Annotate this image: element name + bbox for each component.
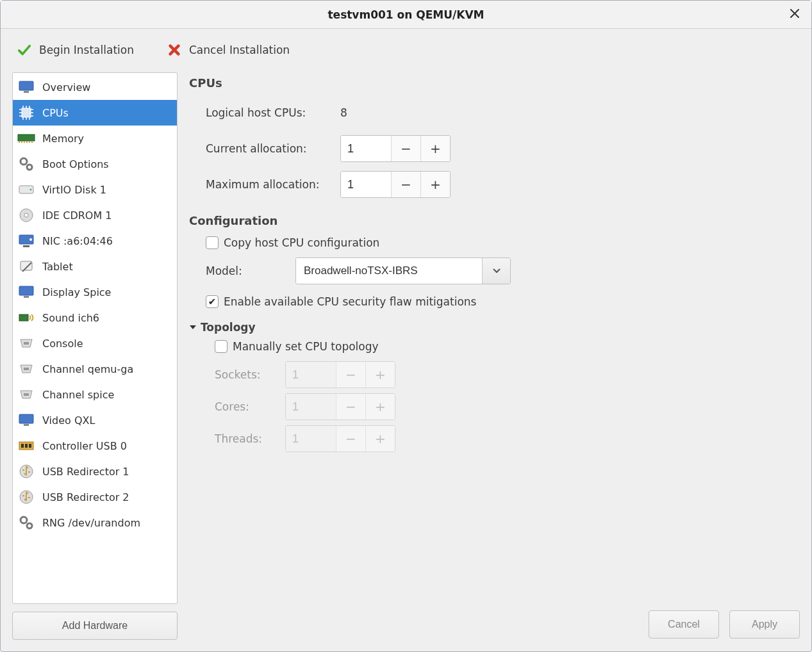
cdrom-icon bbox=[17, 206, 36, 225]
serial-icon bbox=[17, 385, 36, 404]
begin-installation-button[interactable]: Begin Installation bbox=[13, 40, 138, 60]
display-icon bbox=[17, 411, 36, 430]
svg-point-9 bbox=[24, 213, 28, 217]
cpu-model-input[interactable] bbox=[296, 258, 482, 284]
close-button[interactable] bbox=[787, 6, 802, 21]
add-hardware-button[interactable]: Add Hardware bbox=[12, 612, 178, 640]
sidebar-item-virtio-disk-1[interactable]: VirtIO Disk 1 bbox=[13, 177, 177, 202]
copy-host-cpu-checkbox[interactable] bbox=[206, 236, 219, 249]
sidebar-item-usb-redirector-1[interactable]: USB Redirector 1 bbox=[13, 459, 177, 484]
current-allocation-input[interactable] bbox=[341, 136, 391, 161]
sidebar-item-controller-usb-0[interactable]: Controller USB 0 bbox=[13, 433, 177, 459]
manual-topology-label: Manually set CPU topology bbox=[233, 340, 379, 353]
cores-input bbox=[286, 394, 336, 420]
svg-rect-23 bbox=[21, 444, 24, 448]
sidebar-item-label: Tablet bbox=[42, 261, 73, 273]
current-allocation-stepper[interactable]: − + bbox=[340, 135, 451, 162]
maximum-allocation-input[interactable] bbox=[341, 172, 391, 197]
sidebar-item-ide-cdrom-1[interactable]: IDE CDROM 1 bbox=[13, 202, 177, 228]
sidebar-item-label: IDE CDROM 1 bbox=[42, 209, 112, 222]
cancel-installation-button[interactable]: Cancel Installation bbox=[163, 40, 294, 60]
cpu-model-combo[interactable] bbox=[295, 257, 511, 284]
svg-rect-24 bbox=[25, 444, 28, 448]
logical-host-cpus-label: Logical host CPUs: bbox=[206, 106, 327, 119]
sidebar-item-label: Video QXL bbox=[42, 414, 95, 427]
apply-button[interactable]: Apply bbox=[729, 610, 800, 639]
gears-icon bbox=[17, 154, 36, 174]
maximum-allocation-minus-button[interactable]: − bbox=[391, 172, 420, 197]
svg-rect-15 bbox=[24, 296, 29, 298]
svg-rect-14 bbox=[19, 286, 33, 295]
hardware-sidebar[interactable]: OverviewCPUsMemoryBoot OptionsVirtIO Dis… bbox=[12, 72, 178, 604]
controller-icon bbox=[17, 436, 36, 455]
cpu-model-label: Model: bbox=[206, 265, 283, 277]
threads-input bbox=[286, 426, 336, 452]
begin-installation-label: Begin Installation bbox=[39, 44, 134, 56]
cpu-model-dropdown-button[interactable] bbox=[482, 258, 510, 284]
sidebar-item-cpus[interactable]: CPUs bbox=[13, 100, 177, 126]
cpus-panel: CPUs Logical host CPUs: 8 Current alloca… bbox=[189, 72, 800, 640]
vm-details-window: testvm001 on QEMU/KVM Begin Installation… bbox=[0, 0, 812, 652]
svg-rect-2 bbox=[22, 108, 31, 117]
sidebar-item-usb-redirector-2[interactable]: USB Redirector 2 bbox=[13, 484, 177, 510]
plus-icon: + bbox=[375, 399, 386, 414]
threads-label: Threads: bbox=[215, 432, 272, 445]
sockets-plus-button: + bbox=[365, 362, 395, 387]
sidebar-item-display-spice[interactable]: Display Spice bbox=[13, 279, 177, 305]
sidebar-item-memory[interactable]: Memory bbox=[13, 126, 177, 151]
topology-expander[interactable]: Topology bbox=[189, 321, 800, 334]
titlebar: testvm001 on QEMU/KVM bbox=[1, 1, 811, 29]
maximum-allocation-stepper[interactable]: − + bbox=[340, 171, 451, 198]
current-allocation-minus-button[interactable]: − bbox=[391, 136, 420, 161]
enable-mitigations-checkbox[interactable] bbox=[206, 295, 219, 308]
usb-icon bbox=[17, 487, 36, 507]
sidebar-item-label: Console bbox=[42, 338, 83, 350]
svg-point-7 bbox=[30, 189, 32, 191]
sidebar-item-nic-a6-04-46[interactable]: NIC :a6:04:46 bbox=[13, 228, 177, 254]
sidebar-item-overview[interactable]: Overview bbox=[13, 74, 177, 100]
maximum-allocation-plus-button[interactable]: + bbox=[420, 172, 450, 197]
serial-icon bbox=[17, 334, 36, 353]
sidebar-item-label: Channel qemu-ga bbox=[42, 363, 133, 375]
sidebar-item-label: USB Redirector 1 bbox=[42, 466, 129, 478]
cores-label: Cores: bbox=[215, 400, 272, 413]
sidebar-item-label: Controller USB 0 bbox=[42, 440, 127, 452]
caret-down-icon bbox=[493, 268, 501, 273]
sidebar-item-label: Overview bbox=[42, 81, 90, 94]
sidebar-item-tablet[interactable]: Tablet bbox=[13, 254, 177, 279]
configuration-section-title: Configuration bbox=[189, 214, 800, 227]
sidebar-item-sound-ich6[interactable]: Sound ich6 bbox=[13, 305, 177, 330]
plus-icon: + bbox=[375, 367, 386, 382]
cancel-icon bbox=[167, 43, 181, 57]
sidebar-item-rng-dev-urandom[interactable]: RNG /dev/urandom bbox=[13, 510, 177, 535]
svg-rect-11 bbox=[23, 245, 29, 247]
display-icon bbox=[17, 282, 36, 302]
current-allocation-plus-button[interactable]: + bbox=[420, 136, 450, 161]
sidebar-item-console[interactable]: Console bbox=[13, 330, 177, 356]
cores-plus-button: + bbox=[365, 394, 395, 420]
sidebar-item-channel-qemu-ga[interactable]: Channel qemu-ga bbox=[13, 356, 177, 382]
sockets-stepper: − + bbox=[285, 361, 395, 388]
minus-icon: − bbox=[345, 399, 356, 414]
plus-icon: + bbox=[430, 177, 441, 192]
svg-rect-17 bbox=[24, 342, 29, 345]
close-icon bbox=[790, 9, 799, 18]
sidebar-item-boot-options[interactable]: Boot Options bbox=[13, 151, 177, 177]
manual-topology-checkbox[interactable] bbox=[215, 340, 228, 353]
enable-mitigations-label: Enable available CPU security flaw mitig… bbox=[224, 295, 476, 308]
svg-rect-18 bbox=[24, 368, 29, 370]
nic-icon bbox=[17, 231, 36, 250]
usb-icon bbox=[17, 462, 36, 481]
sidebar-item-channel-spice[interactable]: Channel spice bbox=[13, 382, 177, 407]
threads-plus-button: + bbox=[365, 426, 395, 452]
cancel-button[interactable]: Cancel bbox=[649, 610, 719, 639]
minus-icon: − bbox=[345, 367, 356, 382]
plus-icon: + bbox=[430, 141, 441, 156]
topology-header-label: Topology bbox=[201, 321, 256, 334]
gears-icon bbox=[17, 513, 36, 532]
sidebar-item-label: Boot Options bbox=[42, 158, 109, 170]
svg-point-4 bbox=[21, 158, 27, 165]
sidebar-item-video-qxl[interactable]: Video QXL bbox=[13, 407, 177, 433]
svg-rect-21 bbox=[24, 424, 29, 426]
svg-rect-13 bbox=[21, 261, 32, 270]
